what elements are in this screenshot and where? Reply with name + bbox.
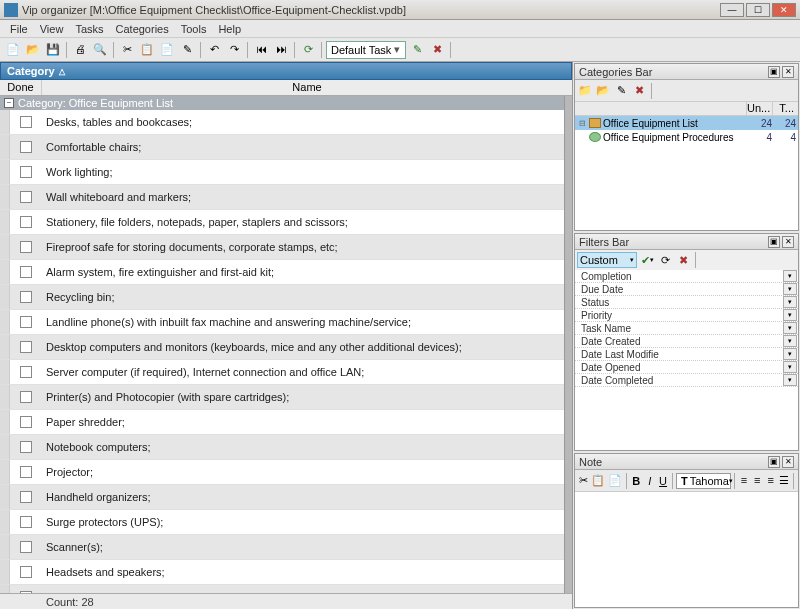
- task-row[interactable]: Recycling bin;: [0, 285, 572, 310]
- maximize-button[interactable]: ☐: [746, 3, 770, 17]
- redo-button[interactable]: ↷: [225, 41, 243, 59]
- first-button[interactable]: ⏮: [252, 41, 270, 59]
- task-row[interactable]: Comfortable chairs;: [0, 135, 572, 160]
- cut-button[interactable]: ✂: [118, 41, 136, 59]
- done-checkbox[interactable]: [20, 241, 32, 253]
- bullets-button[interactable]: ☰: [778, 473, 790, 489]
- done-checkbox[interactable]: [20, 541, 32, 553]
- done-checkbox[interactable]: [20, 516, 32, 528]
- task-row[interactable]: Work lighting;: [0, 160, 572, 185]
- done-checkbox[interactable]: [20, 491, 32, 503]
- menu-tools[interactable]: Tools: [175, 21, 213, 37]
- task-row[interactable]: Stationery, file folders, notepads, pape…: [0, 210, 572, 235]
- done-checkbox[interactable]: [20, 266, 32, 278]
- pane-pin-button[interactable]: ▣: [768, 456, 780, 468]
- filter-dropdown[interactable]: ▾: [783, 361, 797, 373]
- category-node[interactable]: Office Equipment Procedures44: [575, 130, 798, 144]
- copy-button[interactable]: 📋: [138, 41, 156, 59]
- menu-help[interactable]: Help: [212, 21, 247, 37]
- filter-dropdown[interactable]: ▾: [783, 296, 797, 308]
- delete-category-button[interactable]: ✖: [631, 83, 647, 99]
- category-group-header[interactable]: Category△: [0, 62, 572, 80]
- filter-dropdown[interactable]: ▾: [783, 322, 797, 334]
- underline-button[interactable]: U: [657, 473, 669, 489]
- task-row[interactable]: Alarm system, fire extinguisher and firs…: [0, 260, 572, 285]
- bold-button[interactable]: B: [630, 473, 642, 489]
- edit-category-button[interactable]: ✎: [613, 83, 629, 99]
- task-row[interactable]: Landline phone(s) with inbuilt fax machi…: [0, 310, 572, 335]
- pane-close-button[interactable]: ✕: [782, 456, 794, 468]
- done-checkbox[interactable]: [20, 466, 32, 478]
- task-row[interactable]: Wall whiteboard and markers;: [0, 185, 572, 210]
- category-tree[interactable]: ⊟Office Equipment List2424Office Equipme…: [575, 116, 798, 230]
- task-row[interactable]: Handheld organizers;: [0, 485, 572, 510]
- task-row[interactable]: Corporate tariff plan for cellular telep…: [0, 585, 572, 593]
- note-copy-button[interactable]: 📋: [590, 473, 606, 489]
- filter-dropdown[interactable]: ▾: [783, 348, 797, 360]
- delete-task-button[interactable]: ✖: [428, 41, 446, 59]
- paste-button[interactable]: 📄: [158, 41, 176, 59]
- done-checkbox[interactable]: [20, 391, 32, 403]
- task-row[interactable]: Scanner(s);: [0, 535, 572, 560]
- task-row[interactable]: Desks, tables and bookcases;: [0, 110, 572, 135]
- save-filter-button[interactable]: ✔▾: [639, 252, 655, 268]
- category-node[interactable]: ⊟Office Equipment List2424: [575, 116, 798, 130]
- align-right-button[interactable]: ≡: [764, 473, 776, 489]
- vertical-scrollbar[interactable]: [564, 96, 572, 593]
- filter-dropdown[interactable]: ▾: [783, 270, 797, 282]
- align-center-button[interactable]: ≡: [751, 473, 763, 489]
- menu-file[interactable]: File: [4, 21, 34, 37]
- apply-filter-button[interactable]: ⟳: [657, 252, 673, 268]
- done-checkbox[interactable]: [20, 141, 32, 153]
- save-button[interactable]: 💾: [44, 41, 62, 59]
- refresh-button[interactable]: ⟳: [299, 41, 317, 59]
- font-family-combo[interactable]: TTahoma▾: [676, 473, 731, 489]
- done-checkbox[interactable]: [20, 191, 32, 203]
- edit-button[interactable]: ✎: [178, 41, 196, 59]
- task-row[interactable]: Projector;: [0, 460, 572, 485]
- open-file-button[interactable]: 📂: [24, 41, 42, 59]
- note-editor[interactable]: [575, 492, 798, 607]
- col-total[interactable]: T...: [772, 102, 798, 115]
- note-paste-button[interactable]: 📄: [607, 473, 623, 489]
- done-checkbox[interactable]: [20, 316, 32, 328]
- task-row[interactable]: Notebook computers;: [0, 435, 572, 460]
- done-checkbox[interactable]: [20, 341, 32, 353]
- menu-categories[interactable]: Categories: [110, 21, 175, 37]
- menu-tasks[interactable]: Tasks: [69, 21, 109, 37]
- filter-dropdown[interactable]: ▾: [783, 374, 797, 386]
- task-row[interactable]: Fireproof safe for storing documents, co…: [0, 235, 572, 260]
- undo-button[interactable]: ↶: [205, 41, 223, 59]
- italic-button[interactable]: I: [643, 473, 655, 489]
- done-checkbox[interactable]: [20, 366, 32, 378]
- group-row[interactable]: − Category: Office Equipment List: [0, 96, 572, 110]
- column-name[interactable]: Name: [42, 80, 572, 95]
- add-task-button[interactable]: ✎: [408, 41, 426, 59]
- task-row[interactable]: Surge protectors (UPS);: [0, 510, 572, 535]
- minimize-button[interactable]: —: [720, 3, 744, 17]
- done-checkbox[interactable]: [20, 116, 32, 128]
- pane-close-button[interactable]: ✕: [782, 236, 794, 248]
- print-button[interactable]: 🖨: [71, 41, 89, 59]
- filter-dropdown[interactable]: ▾: [783, 309, 797, 321]
- task-row[interactable]: Headsets and speakers;: [0, 560, 572, 585]
- grid-body[interactable]: − Category: Office Equipment List Desks,…: [0, 96, 572, 593]
- column-done[interactable]: Done: [0, 80, 42, 95]
- new-file-button[interactable]: 📄: [4, 41, 22, 59]
- note-cut-button[interactable]: ✂: [577, 473, 589, 489]
- last-button[interactable]: ⏭: [272, 41, 290, 59]
- align-left-button[interactable]: ≡: [738, 473, 750, 489]
- done-checkbox[interactable]: [20, 216, 32, 228]
- pane-pin-button[interactable]: ▣: [768, 66, 780, 78]
- menu-view[interactable]: View: [34, 21, 70, 37]
- filter-dropdown[interactable]: ▾: [783, 283, 797, 295]
- filter-preset-combo[interactable]: Custom▾: [577, 252, 637, 268]
- collapse-icon[interactable]: −: [4, 98, 14, 108]
- task-row[interactable]: Printer(s) and Photocopier (with spare c…: [0, 385, 572, 410]
- pane-close-button[interactable]: ✕: [782, 66, 794, 78]
- expand-icon[interactable]: ⊟: [579, 119, 589, 128]
- close-button[interactable]: ✕: [772, 3, 796, 17]
- clear-filter-button[interactable]: ✖: [675, 252, 691, 268]
- done-checkbox[interactable]: [20, 591, 32, 593]
- done-checkbox[interactable]: [20, 566, 32, 578]
